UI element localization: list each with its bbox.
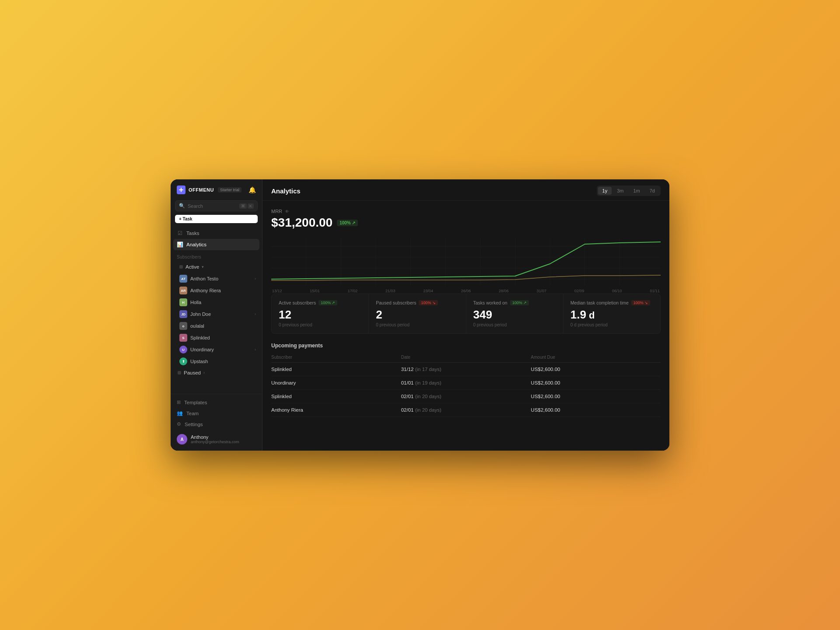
add-task-button[interactable]: + Task [175,215,258,223]
row1-amount: US$2,600.00 [531,367,661,372]
active-group-header[interactable]: Active ▾ [173,262,259,272]
tasks-icon: ☑ [177,230,183,236]
stat-label-3: Tasks worked on [473,300,508,305]
mrr-label-text: MRR [271,209,282,214]
table-row: Splinkled 31/12 (in 17 days) US$2,600.00 [271,363,661,376]
mrr-arrow-icon: ↗ [352,220,355,225]
time-filter-1y[interactable]: 1y [598,187,612,195]
row4-subscriber: Anthony Riera [271,407,401,413]
stat-period-2: 0 previous period [376,322,458,327]
chart-x-labels: 13/12 15/01 17/02 21/03 23/04 26/06 28/0… [271,289,661,293]
subscriber-anthony-riera[interactable]: AR Anthony Riera [173,285,259,296]
time-filter-1m[interactable]: 1m [629,187,644,195]
x-label-5: 26/06 [461,289,471,293]
app-name: OFFMENU [189,187,214,192]
avatar: JD [179,310,187,318]
mrr-badge-text: 100% [340,220,351,225]
search-bar[interactable]: 🔍 Search ⌘ K [175,200,258,211]
x-label-1: 15/01 [310,289,320,293]
subscriber-unordinary[interactable]: U Unordinary › [173,344,259,355]
analytics-label: Analytics [186,242,206,247]
avatar: ⬆ [179,357,187,365]
subscriber-anthon-testo[interactable]: AT Anthon Testo › [173,273,259,284]
payments-table: Subscriber Date Amount Due Splinkled 31/… [271,353,661,417]
team-icon: 👥 [177,410,183,416]
sidebar-bottom: ⊞ Templates 👥 Team ⚙ Settings A Anthony … [171,394,262,451]
stats-row: Active subscribers 100% ↗ 12 0 previous … [271,294,661,334]
subscriber-oulalal[interactable]: o oulalal [173,320,259,332]
search-icon: 🔍 [179,203,185,209]
search-label: Search [188,203,237,209]
row2-subscriber: Unordinary [271,380,401,385]
x-label-2: 17/02 [348,289,358,293]
row4-date: 02/01 (in 20 days) [401,407,531,413]
main-content-area: Analytics 1y 3m 1m 7d MRR 👁 $31,200.00 1… [262,179,669,451]
templates-label: Templates [184,400,207,405]
avatar: S [179,334,187,342]
stat-value-3: 349 [473,308,556,322]
subscriber-list: AT Anthon Testo › AR Anthony Riera H Hol… [171,273,262,368]
x-label-3: 21/03 [385,289,396,293]
sidebar-nav: ☑ Tasks 📊 Analytics [171,228,262,250]
row3-subscriber: Splinkled [271,394,401,399]
sidebar-header: OFFMENU Starter trial 🔔 [171,179,262,199]
chevron-right-icon: › [255,347,256,352]
row2-date: 01/01 (in 19 days) [401,380,531,385]
sidebar-item-analytics[interactable]: 📊 Analytics [173,239,259,250]
active-icon [179,265,183,269]
stat-period-3: 0 previous period [473,322,556,327]
row2-amount: US$2,600.00 [531,380,661,385]
chart-svg [271,238,661,286]
row1-subscriber: Splinkled [271,367,401,372]
analytics-icon: 📊 [177,242,183,248]
stat-period-4: 0 d previous period [570,322,653,327]
row1-date: 31/12 (in 17 days) [401,367,531,372]
x-label-0: 13/12 [272,289,282,293]
kbd-k: K [248,203,254,209]
col-header-subscriber: Subscriber [271,355,401,360]
sidebar-item-team[interactable]: 👥 Team [173,408,259,419]
stat-label-2: Paused subscribers [376,300,416,305]
sidebar-item-tasks[interactable]: ☑ Tasks [173,228,259,239]
user-name: Anthony [191,434,239,440]
mrr-badge: 100% ↗ [337,220,358,226]
user-profile-row[interactable]: A Anthony anthony@getorchestra.com [173,430,259,448]
upcoming-payments-section: Upcoming payments Subscriber Date Amount… [271,343,661,417]
sidebar-item-templates[interactable]: ⊞ Templates [173,397,259,408]
upcoming-payments-title: Upcoming payments [271,343,661,349]
team-label: Team [186,411,199,416]
row3-amount: US$2,600.00 [531,394,661,399]
time-filter-3m[interactable]: 3m [612,187,628,195]
app-badge: Starter trial [218,187,242,192]
stat-label-row-4: Median task completion time 100% ↘ [570,300,653,305]
mrr-amount: $31,200.00 [271,216,332,230]
subscriber-upstash[interactable]: ⬆ Upstash [173,356,259,367]
stat-label-row-3: Tasks worked on 100% ↗ [473,300,556,305]
page-title: Analytics [271,187,301,195]
subscribers-section-label: Subscribers [171,250,262,261]
sidebar-item-settings[interactable]: ⚙ Settings [173,419,259,430]
stat-median-completion: Median task completion time 100% ↘ 1.9d … [564,294,660,333]
table-header: Subscriber Date Amount Due [271,353,661,363]
subscriber-splinkled[interactable]: S Splinkled [173,332,259,343]
mrr-value-row: $31,200.00 100% ↗ [271,216,661,230]
avatar: AT [179,275,187,283]
time-filter-7d[interactable]: 7d [645,187,659,195]
time-filter-group: 1y 3m 1m 7d [597,186,661,196]
x-label-8: 02/09 [574,289,584,293]
stat-active-subscribers: Active subscribers 100% ↗ 12 0 previous … [272,294,368,333]
row4-amount: US$2,600.00 [531,407,661,413]
subscriber-holla[interactable]: H Holla [173,297,259,308]
paused-group-header[interactable]: Paused › [173,368,259,377]
bell-icon[interactable]: 🔔 [248,186,256,193]
chevron-right-icon: › [255,276,256,281]
kbd-cmd: ⌘ [239,203,247,209]
main-header: Analytics 1y 3m 1m 7d [262,179,669,201]
table-row: Anthony Riera 02/01 (in 20 days) US$2,60… [271,403,661,417]
eye-icon[interactable]: 👁 [285,209,289,214]
avatar: AR [179,287,187,294]
paused-icon [178,371,181,374]
user-avatar: A [177,434,187,444]
subscriber-john-doe[interactable]: JD John Doe › [173,308,259,320]
stat-label-1: Active subscribers [279,300,316,305]
